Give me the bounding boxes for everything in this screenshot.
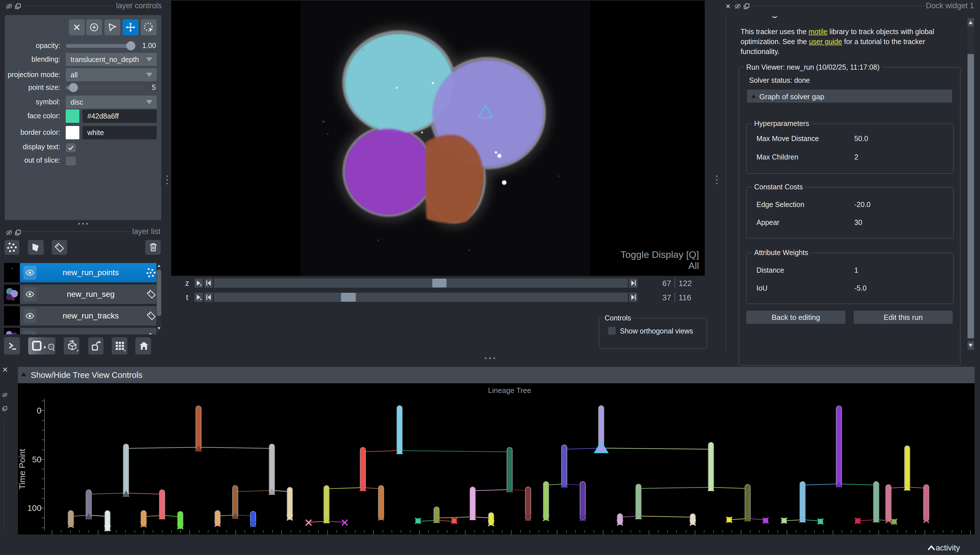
svg-text:0: 0 <box>37 406 42 415</box>
svg-text:Time Point: Time Point <box>18 449 27 489</box>
svg-text:50: 50 <box>32 455 42 464</box>
svg-text:100: 100 <box>27 503 42 513</box>
svg-text:Lineage Tree: Lineage Tree <box>488 386 531 395</box>
